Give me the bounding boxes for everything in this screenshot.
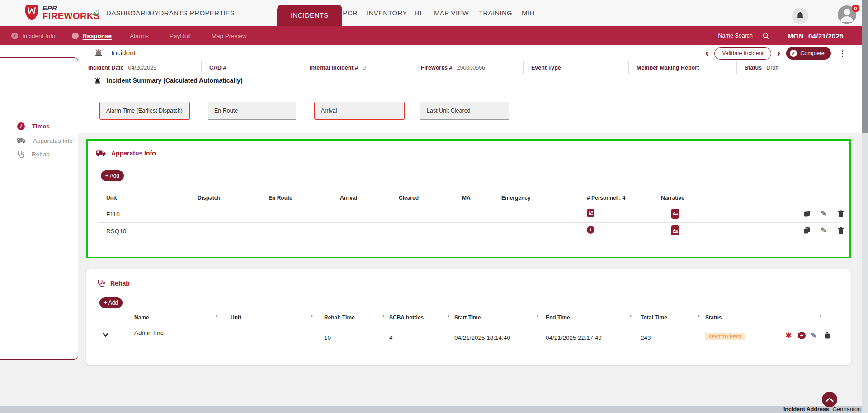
subnav-response-label: Response bbox=[83, 33, 112, 39]
last-unit-cleared-field[interactable]: Last Unit Cleared bbox=[420, 102, 509, 120]
broken-image-icon bbox=[92, 9, 100, 18]
field-internal-incident-number: Internal Incident # 0 bbox=[302, 61, 413, 74]
incident-header-section: Incident ‹ Validate Incident › ✓ Complet… bbox=[0, 45, 862, 133]
incident-address-text: Incident Address: Germanton bbox=[783, 406, 861, 413]
nav-map-view[interactable]: MAP VIEW bbox=[434, 0, 469, 26]
notification-count-badge: 0 bbox=[852, 5, 859, 12]
alarm-time-field[interactable]: Alarm Time (Earliest Dispatch) bbox=[99, 102, 190, 120]
apparatus-row-rsq10: RSQ10 + 0 Aa ✎ bbox=[88, 225, 849, 239]
edit-row-icon[interactable]: ✎ bbox=[821, 226, 826, 235]
subnav-payroll[interactable]: PayRoll bbox=[170, 33, 191, 39]
logo-text: EPR FIREWORKS bbox=[42, 5, 100, 20]
nav-training[interactable]: TRAINING bbox=[479, 0, 512, 26]
medical-asterisk-icon[interactable]: ✱ bbox=[785, 332, 792, 339]
sidebar-item-apparatus-info[interactable]: Apparatus Info bbox=[0, 135, 78, 146]
logo-epr-text: EPR bbox=[42, 5, 100, 11]
fire-truck-icon bbox=[96, 150, 106, 157]
delete-row-icon[interactable] bbox=[838, 210, 844, 219]
summary-section-title: Incident Summary (Calculated Automatical… bbox=[107, 77, 243, 84]
apparatus-row-f110: F110 4 Aa ✎ bbox=[88, 208, 849, 222]
rehab-row-admin-fire: Admin Fire 10 4 04/21/2025 18:14:40 04/2… bbox=[86, 328, 851, 347]
subnav-alarms[interactable]: Alarms bbox=[130, 33, 149, 39]
check-icon: ✓ bbox=[790, 50, 797, 57]
personnel-roster-icon[interactable] bbox=[587, 209, 594, 217]
info-icon: i bbox=[17, 122, 25, 130]
nav-mih[interactable]: MIH bbox=[522, 0, 534, 26]
copy-row-icon[interactable] bbox=[803, 227, 811, 236]
search-icon[interactable] bbox=[763, 33, 769, 39]
subnav-map-preview[interactable]: Map Preview bbox=[212, 33, 247, 39]
delete-row-icon[interactable] bbox=[824, 332, 830, 341]
scrollbar-thumb[interactable] bbox=[862, 0, 868, 133]
add-personnel-icon[interactable]: + bbox=[587, 226, 594, 234]
nav-incidents-active-tab[interactable]: INCIDENTS bbox=[277, 5, 342, 26]
incident-fields-row: Incident Date 04/20/2025 CAD # Internal … bbox=[88, 61, 857, 74]
validate-incident-button[interactable]: Validate Incident bbox=[714, 47, 771, 60]
notifications-button[interactable] bbox=[792, 8, 808, 24]
nav-bi[interactable]: BI bbox=[415, 0, 422, 26]
edit-row-icon[interactable]: ✎ bbox=[811, 331, 816, 340]
apparatus-add-button[interactable]: + Add bbox=[101, 170, 124, 181]
page-title: Incident bbox=[111, 49, 136, 57]
scba-bottles-value: 4 bbox=[389, 334, 393, 341]
incident-address-value: Germanton bbox=[831, 406, 861, 413]
app-logo[interactable]: EPR FIREWORKS bbox=[24, 4, 100, 21]
field-status: Status Draft bbox=[736, 61, 857, 74]
nav-epcr[interactable]: EPCR bbox=[338, 0, 358, 26]
nav-inventory[interactable]: INVENTORY bbox=[367, 0, 407, 26]
apparatus-table-header: Unit Dispatch En Route Arrival Cleared M… bbox=[88, 195, 849, 204]
sidebar-apparatus-label: Apparatus Info bbox=[33, 137, 73, 144]
previous-incident-chevron[interactable]: ‹ bbox=[705, 47, 708, 59]
siren-icon bbox=[94, 49, 103, 57]
rehab-section: Rehab + Add Name Unit Rehab Time SCBA bo… bbox=[86, 269, 851, 365]
next-incident-chevron[interactable]: › bbox=[777, 47, 780, 59]
sidebar-item-times[interactable]: i Times bbox=[0, 120, 78, 132]
name-search-link[interactable]: Name Search bbox=[718, 33, 753, 39]
field-incident-date: Incident Date 04/20/2025 bbox=[88, 61, 201, 74]
header-divider bbox=[80, 74, 862, 74]
en-route-field[interactable]: En Route bbox=[208, 102, 296, 120]
check-circle-icon: ✓ bbox=[11, 33, 18, 39]
rehab-section-title: Rehab bbox=[110, 280, 130, 287]
sidebar-rehab-label: Rehab bbox=[32, 151, 50, 158]
more-options-kebab-icon[interactable]: ⋮ bbox=[837, 49, 848, 58]
complete-button[interactable]: ✓ Complete bbox=[786, 47, 831, 60]
add-rehab-entry-icon[interactable]: + bbox=[798, 332, 806, 339]
rehab-table-header: Name Unit Rehab Time SCBA bottles Start … bbox=[86, 314, 851, 324]
edit-row-icon[interactable]: ✎ bbox=[821, 209, 826, 218]
incident-sub-nav: ✓ Incident Info ! Response Alarms PayRol… bbox=[0, 26, 862, 45]
page-scrollbar[interactable] bbox=[862, 0, 868, 413]
complete-button-label: Complete bbox=[800, 50, 825, 56]
stethoscope-icon bbox=[97, 279, 105, 287]
delete-row-icon[interactable] bbox=[838, 227, 844, 236]
siren-icon bbox=[94, 77, 101, 84]
current-day-label: MON bbox=[788, 32, 804, 40]
rehab-name: Admin Fire bbox=[134, 329, 164, 336]
copy-row-icon[interactable] bbox=[803, 210, 811, 219]
rehab-time-value: 10 bbox=[324, 334, 331, 341]
nav-dashboard[interactable]: DASHBOARD bbox=[106, 0, 151, 26]
narrative-icon-button[interactable]: Aa bbox=[671, 225, 679, 235]
nav-hydrants[interactable]: HYDRANTS bbox=[149, 0, 188, 26]
field-event-type: Event Type bbox=[523, 61, 628, 74]
epr-flame-logo-icon bbox=[24, 4, 40, 21]
narrative-icon-button[interactable]: Aa bbox=[671, 209, 679, 219]
rehab-add-button[interactable]: + Add bbox=[99, 297, 123, 308]
section-sidebar: i Times Apparatus Info Rehab bbox=[0, 57, 78, 360]
subnav-incident-info[interactable]: ✓ Incident Info bbox=[11, 33, 56, 39]
nav-properties[interactable]: PROPERTIES bbox=[190, 0, 235, 26]
incident-address-label: Incident Address: bbox=[783, 406, 831, 413]
bell-icon bbox=[796, 11, 804, 20]
apparatus-section-title: Apparatus Info bbox=[111, 150, 156, 157]
arrival-field[interactable]: Arrival bbox=[314, 102, 405, 120]
fire-truck-icon bbox=[17, 137, 26, 144]
apparatus-info-section: Apparatus Info + Add Unit Dispatch En Ro… bbox=[86, 139, 851, 258]
scroll-to-top-button[interactable] bbox=[822, 392, 837, 407]
chevron-up-icon bbox=[826, 397, 834, 402]
sidebar-item-rehab[interactable]: Rehab bbox=[0, 148, 78, 160]
footer-status-bar: Incident Address: Germanton bbox=[0, 406, 868, 413]
current-date: MON 04/21/2025 bbox=[788, 32, 844, 40]
expand-row-chevron-icon[interactable] bbox=[103, 331, 108, 339]
field-member-making-report: Member Making Report bbox=[628, 61, 736, 74]
subnav-response[interactable]: ! Response bbox=[72, 33, 112, 39]
